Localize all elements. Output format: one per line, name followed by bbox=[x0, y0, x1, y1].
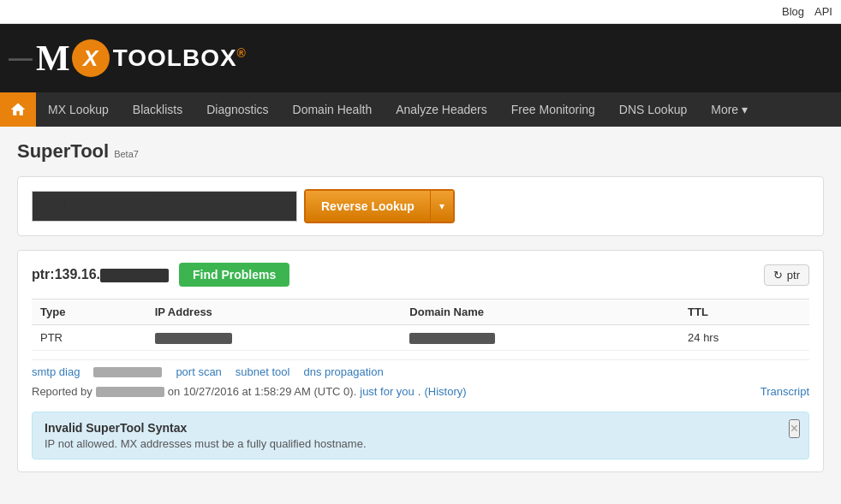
nav-item-more[interactable]: More ▾ bbox=[699, 92, 760, 127]
alert-message: IP not allowed. MX addresses must be a f… bbox=[45, 437, 783, 450]
reverse-lookup-button[interactable]: Reverse Lookup bbox=[306, 191, 430, 222]
cell-type: PTR bbox=[32, 325, 146, 351]
results-header: ptr:139.16. Find Problems ↻ ptr bbox=[32, 263, 809, 287]
alert-box: × Invalid SuperTool Syntax IP not allowe… bbox=[32, 412, 809, 460]
col-ip: IP Address bbox=[146, 299, 402, 325]
nav-item-diagnostics[interactable]: Diagnostics bbox=[194, 92, 280, 127]
cell-domain bbox=[401, 325, 679, 351]
find-problems-button[interactable]: Find Problems bbox=[179, 263, 289, 287]
port-scan-link[interactable]: port scan bbox=[176, 365, 221, 378]
page-title: SuperTool bbox=[17, 140, 109, 163]
reported-row: Reported by on 10/27/2016 at 1:58:29 AM … bbox=[32, 382, 809, 400]
results-table: Type IP Address Domain Name TTL PTR 24 h… bbox=[32, 299, 809, 351]
logo-x-letter: X bbox=[83, 45, 98, 72]
nav-item-blacklists[interactable]: Blacklists bbox=[121, 92, 194, 127]
nav-item-mx-lookup[interactable]: MX Lookup bbox=[36, 92, 121, 127]
reported-by-label: Reported by bbox=[32, 385, 92, 398]
table-body: PTR 24 hrs bbox=[32, 325, 809, 351]
alert-close-button[interactable]: × bbox=[789, 419, 800, 438]
col-domain: Domain Name bbox=[401, 299, 679, 325]
table-row: PTR 24 hrs bbox=[32, 325, 809, 351]
just-for-you-link[interactable]: just for you bbox=[360, 385, 415, 398]
more-dropdown-icon: ▾ bbox=[742, 103, 748, 116]
dns-propagation-link[interactable]: dns propagation bbox=[303, 365, 383, 378]
transcript-link[interactable]: Transcript bbox=[760, 385, 809, 398]
ptr-ip-masked bbox=[100, 269, 169, 282]
home-nav-item[interactable] bbox=[0, 92, 36, 127]
reverse-lookup-btn-group: Reverse Lookup ▾ bbox=[304, 189, 455, 223]
nav-item-analyze-headers[interactable]: Analyze Headers bbox=[384, 92, 499, 127]
table-header: Type IP Address Domain Name TTL bbox=[32, 299, 809, 325]
header: — M X TOOLBOX® bbox=[0, 24, 841, 92]
ptr-label: ptr:139.16. bbox=[32, 267, 169, 282]
supertool-heading: SuperTool Beta7 bbox=[17, 140, 824, 163]
nav-item-dns-lookup[interactable]: DNS Lookup bbox=[607, 92, 699, 127]
logo: — M X TOOLBOX® bbox=[9, 39, 247, 77]
reported-date: on 10/27/2016 at 1:58:29 AM (UTC 0). bbox=[168, 385, 356, 398]
smtp-diag-link[interactable]: smtp diag bbox=[32, 365, 80, 378]
home-icon bbox=[9, 101, 27, 118]
col-ttl: TTL bbox=[679, 299, 809, 325]
logo-circle: X bbox=[72, 39, 110, 77]
ip-masked bbox=[155, 333, 232, 344]
cell-ttl: 24 hrs bbox=[679, 325, 809, 351]
more-label: More bbox=[711, 103, 738, 116]
search-input[interactable] bbox=[32, 191, 297, 222]
refresh-label: ptr bbox=[787, 269, 800, 282]
cell-ip bbox=[146, 325, 402, 351]
table-header-row: Type IP Address Domain Name TTL bbox=[32, 299, 809, 325]
nav-item-domain-health[interactable]: Domain Health bbox=[281, 92, 385, 127]
results-title-group: ptr:139.16. Find Problems bbox=[32, 263, 289, 287]
nav-item-free-monitoring[interactable]: Free Monitoring bbox=[499, 92, 607, 127]
logo-dash: — bbox=[9, 44, 33, 72]
reporter-masked bbox=[96, 387, 164, 397]
refresh-icon: ↻ bbox=[773, 269, 783, 282]
search-container: Reverse Lookup ▾ bbox=[17, 176, 824, 236]
domain-masked bbox=[409, 333, 495, 344]
reverse-lookup-dropdown-button[interactable]: ▾ bbox=[430, 191, 453, 222]
logo-toolbox-text: TOOLBOX® bbox=[113, 44, 247, 72]
reported-left: Reported by on 10/27/2016 at 1:58:29 AM … bbox=[32, 385, 467, 398]
blacklist-masked-link bbox=[93, 367, 162, 377]
alert-title: Invalid SuperTool Syntax bbox=[45, 421, 783, 435]
page-badge: Beta7 bbox=[114, 149, 139, 159]
main-nav: MX Lookup Blacklists Diagnostics Domain … bbox=[0, 92, 841, 127]
top-bar: Blog API bbox=[0, 0, 841, 24]
col-type: Type bbox=[32, 299, 146, 325]
dropdown-arrow-icon: ▾ bbox=[439, 200, 444, 212]
links-row: smtp diag port scan subnet tool dns prop… bbox=[32, 359, 809, 382]
logo-m-letter: M bbox=[36, 40, 70, 76]
blog-link[interactable]: Blog bbox=[782, 5, 804, 18]
logo-registered: ® bbox=[237, 46, 247, 60]
api-link[interactable]: API bbox=[814, 5, 832, 18]
results-panel: ptr:139.16. Find Problems ↻ ptr Type IP … bbox=[17, 250, 824, 472]
main-content: SuperTool Beta7 Reverse Lookup ▾ ptr:139… bbox=[0, 127, 841, 486]
refresh-button[interactable]: ↻ ptr bbox=[764, 264, 809, 286]
subnet-tool-link[interactable]: subnet tool bbox=[236, 365, 290, 378]
ptr-prefix: ptr:139.16. bbox=[32, 267, 100, 282]
history-link[interactable]: (History) bbox=[424, 385, 466, 398]
